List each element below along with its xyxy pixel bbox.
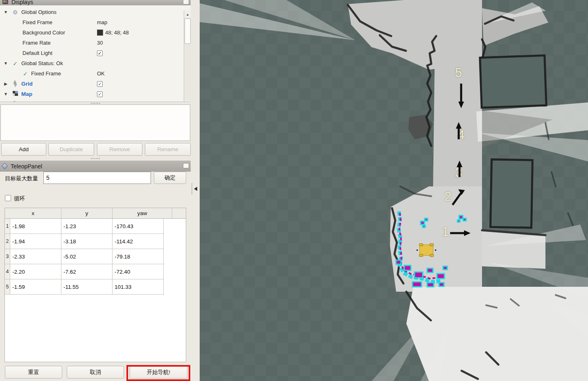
robot-wheel — [430, 254, 434, 257]
loop-checkbox-label[interactable]: 循环 — [14, 195, 25, 202]
table-row[interactable]: 4 -2.20 -7.62 -72.40 — [5, 264, 164, 279]
cell-y[interactable]: -1.23 — [61, 219, 113, 234]
table-row[interactable]: 5 -1.59 -11.55 101.33 — [5, 279, 164, 295]
waypoint-marker-5[interactable]: 5 — [455, 66, 462, 80]
fixed-frame-value[interactable]: map — [97, 19, 107, 25]
tree-label[interactable]: Frame Rate — [23, 40, 51, 46]
displays-panel-float-button[interactable] — [183, 0, 189, 5]
loop-checkbox[interactable] — [5, 195, 11, 201]
robot-wheel — [419, 243, 423, 246]
waypoint-marker-3[interactable]: 3 — [455, 166, 462, 180]
default-light-checkbox[interactable]: ✓ — [97, 50, 103, 56]
cell-yaw[interactable]: -79.18 — [113, 249, 164, 264]
tree-row-frame-rate[interactable]: Frame Rate 30 — [0, 38, 191, 48]
cell-yaw[interactable]: -114.42 — [113, 234, 164, 249]
splitter-collapse-icon[interactable] — [194, 187, 197, 191]
confirm-button[interactable]: 确定 — [154, 172, 186, 184]
tree-label[interactable]: Grid — [21, 81, 33, 87]
waypoint-marker-4[interactable]: 4 — [457, 128, 464, 143]
gear-icon: ⚙ — [12, 9, 18, 16]
scroll-down-icon[interactable]: ▼ — [185, 100, 191, 102]
expander-down-icon[interactable]: ▼ — [3, 10, 8, 14]
scrollbar-thumb[interactable] — [185, 18, 191, 44]
tree-label[interactable]: Fixed Frame — [31, 70, 61, 77]
table-row[interactable]: 1 -1.98 -1.23 -170.43 — [5, 219, 164, 234]
cell-yaw[interactable]: 101.33 — [113, 279, 164, 294]
column-header-yaw[interactable]: yaw — [113, 208, 172, 218]
tree-label[interactable]: Fixed Frame — [23, 19, 52, 25]
grid-checkbox[interactable]: ✓ — [97, 81, 103, 87]
waypoint-arrow-up-right-icon — [450, 188, 467, 206]
add-button[interactable]: Add — [1, 143, 46, 156]
panel-resize-handle[interactable] — [91, 158, 100, 159]
tree-row-grid[interactable]: ▶ Grid ✓ — [0, 79, 191, 89]
cancel-button[interactable]: 取消 — [67, 366, 124, 379]
cell-yaw[interactable]: -72.40 — [113, 264, 164, 279]
teleop-panel-title: TeleopPanel — [11, 163, 42, 170]
reset-button[interactable]: 重置 — [5, 366, 62, 379]
frame-rate-value[interactable]: 30 — [97, 40, 103, 46]
displays-panel-titlebar[interactable]: Displays — [0, 0, 191, 5]
table-row[interactable]: 2 -1.94 -3.18 -114.42 — [5, 234, 164, 249]
cell-x[interactable]: -1.98 — [10, 219, 61, 234]
rename-button[interactable]: Rename — [145, 143, 191, 156]
displays-tree: ▼ ⚙ Global Options Fixed Frame map Backg… — [0, 5, 191, 102]
displays-panel-title: Displays — [11, 0, 33, 5]
goal-count-input[interactable] — [43, 172, 151, 184]
tree-label[interactable]: Map — [21, 91, 32, 97]
column-header-y[interactable]: y — [61, 208, 113, 218]
waypoint-marker-2[interactable]: 2 — [444, 189, 451, 204]
tree-row-default-light[interactable]: Default Light ✓ — [0, 48, 191, 58]
cell-y[interactable]: -7.62 — [61, 264, 113, 279]
cell-y[interactable]: -3.18 — [61, 234, 113, 249]
tree-row-global-status[interactable]: ▼ ✓ Global Status: Ok — [0, 58, 191, 68]
waypoint-arrow-right-icon — [449, 229, 471, 237]
cell-x[interactable]: -2.33 — [10, 249, 61, 264]
teleop-panel-float-button[interactable] — [183, 163, 189, 168]
row-number: 5 — [5, 279, 10, 294]
table-row[interactable]: 3 -2.33 -5.02 -79.18 — [5, 249, 164, 264]
scroll-up-icon[interactable]: ▲ — [185, 11, 191, 18]
waypoint-label: 5 — [455, 66, 462, 80]
tree-label[interactable]: Global Options — [21, 9, 56, 15]
cell-x[interactable]: -1.59 — [10, 279, 61, 294]
cell-x[interactable]: -1.94 — [10, 234, 61, 249]
tree-row-fixed-frame-status[interactable]: ✓ Fixed Frame OK — [0, 68, 191, 79]
tree-scrollbar[interactable]: ▲ ▼ — [184, 11, 191, 102]
tree-label[interactable]: Background Color — [23, 29, 65, 36]
waypoint-marker-1[interactable]: 1 — [442, 225, 449, 239]
tree-row-map[interactable]: ▼ Map ✓ — [0, 89, 191, 99]
tree-row-fixed-frame[interactable]: Fixed Frame map — [0, 17, 191, 27]
color-swatch[interactable] — [97, 29, 103, 36]
robot-wheel — [419, 254, 423, 257]
display-description-box — [0, 104, 190, 141]
cell-x[interactable]: -2.20 — [10, 264, 61, 279]
panel-resize-handle[interactable] — [91, 103, 100, 104]
robot-marker[interactable] — [419, 245, 433, 256]
expander-right-icon: ▶ — [13, 100, 18, 102]
tree-row-background-color[interactable]: Background Color 48; 48; 48 — [0, 27, 191, 38]
row-number: 4 — [5, 264, 10, 279]
goal-count-label: 目标最大数量 — [5, 175, 38, 182]
robot-sensor-dot — [417, 249, 418, 251]
expander-right-icon[interactable]: ▶ — [3, 82, 8, 86]
background-color-value[interactable]: 48; 48; 48 — [97, 29, 129, 36]
waypoint-label: 1 — [442, 225, 449, 239]
tree-row-partial: ▶ ✓ — [0, 99, 191, 102]
teleop-panel-titlebar[interactable]: TeleopPanel — [0, 161, 191, 172]
cell-y[interactable]: -5.02 — [61, 249, 113, 264]
cell-yaw[interactable]: -170.43 — [113, 219, 164, 234]
render-viewport[interactable]: 1 2 3 4 5 — [200, 0, 588, 381]
tree-label[interactable]: Default Light — [23, 50, 52, 56]
duplicate-button[interactable]: Duplicate — [48, 143, 94, 156]
expander-down-icon[interactable]: ▼ — [3, 92, 8, 96]
cell-y[interactable]: -11.55 — [61, 279, 113, 294]
expander-down-icon[interactable]: ▼ — [3, 61, 8, 66]
splitter-handle[interactable] — [191, 184, 192, 194]
waypoint-arrow-up-icon — [456, 161, 463, 178]
remove-button[interactable]: Remove — [97, 143, 142, 156]
map-checkbox[interactable]: ✓ — [97, 91, 103, 97]
column-header-x[interactable]: x — [5, 208, 61, 218]
tree-label[interactable]: Global Status: Ok — [21, 60, 63, 66]
tree-row-global-options[interactable]: ▼ ⚙ Global Options — [0, 7, 191, 17]
